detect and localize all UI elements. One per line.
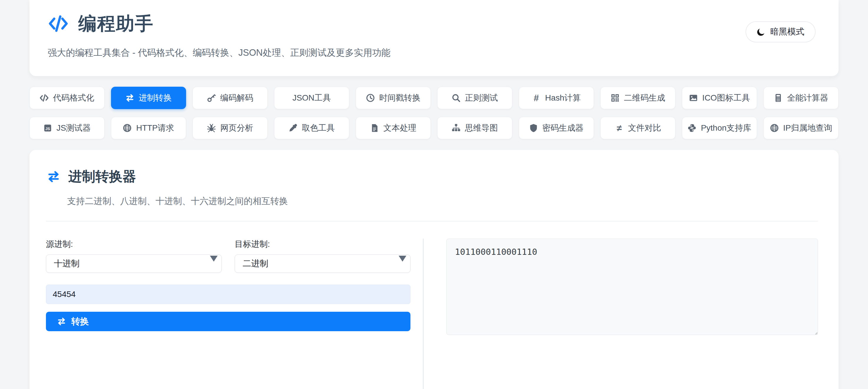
tab-file-diff[interactable]: ≠文件对比: [600, 117, 676, 139]
tab-label: 网页分析: [220, 122, 253, 134]
hash-icon: #: [532, 93, 540, 102]
tab-ico-icon-tools[interactable]: ICO图标工具: [682, 87, 757, 109]
tool-tabs: 代码格式化进制转换编码解码JSON工具时间戳转换正则测试#Hash计算二维码生成…: [29, 87, 839, 139]
tab-label: ICO图标工具: [702, 92, 750, 104]
tab-encode-decode[interactable]: 编码解码: [192, 87, 268, 109]
tab-label: JSON工具: [292, 92, 331, 104]
qrcode-icon: [611, 93, 620, 102]
target-base-value: 二进制: [243, 258, 268, 270]
code-icon: [40, 93, 49, 102]
app-title: 编程助手: [78, 11, 154, 36]
svg-text:JS: JS: [45, 127, 50, 131]
tab-base-convert[interactable]: 进制转换: [111, 87, 186, 109]
tab-label: Python支持库: [701, 122, 751, 134]
tab-label: 进制转换: [139, 92, 172, 104]
tab-label: 全能计算器: [787, 92, 828, 104]
swap-icon: [57, 317, 66, 326]
tab-label: 取色工具: [302, 122, 335, 134]
tab-qrcode-generate[interactable]: 二维码生成: [600, 87, 676, 109]
js-icon: JS: [43, 123, 52, 132]
divider-horizontal: [46, 221, 818, 221]
divider-vertical: [423, 239, 424, 389]
not-equal-icon: ≠: [615, 123, 624, 132]
swap-icon: [46, 170, 61, 183]
tab-label: 文本处理: [383, 122, 416, 134]
convert-button-label: 转换: [71, 315, 89, 328]
tab-label: 文件对比: [628, 122, 661, 134]
tab-web-analyze[interactable]: 网页分析: [192, 117, 268, 139]
target-base-select[interactable]: 二进制: [235, 254, 410, 273]
number-input[interactable]: [46, 285, 410, 304]
convert-button[interactable]: 转换: [46, 312, 410, 331]
tab-label: HTTP请求: [136, 122, 174, 134]
converter-form: 源进制: 十进制 目标进制: 二进制 转换: [46, 239, 410, 389]
source-base-group: 源进制: 十进制: [46, 239, 222, 273]
tab-timestamp-convert[interactable]: 时间戳转换: [356, 87, 431, 109]
target-base-label: 目标进制:: [235, 239, 410, 250]
tab-row-1: 代码格式化进制转换编码解码JSON工具时间戳转换正则测试#Hash计算二维码生成…: [29, 87, 839, 109]
tab-mind-map[interactable]: 思维导图: [437, 117, 512, 139]
clock-icon: [366, 93, 375, 102]
search-icon: [452, 93, 461, 102]
tab-label: Hash计算: [545, 92, 581, 104]
tool-subtitle: 支持二进制、八进制、十进制、十六进制之间的相互转换: [67, 195, 818, 207]
tab-regex-test[interactable]: 正则测试: [437, 87, 512, 109]
result-output[interactable]: 1011000110001110: [446, 239, 818, 335]
tab-password-generator[interactable]: 密码生成器: [519, 117, 594, 139]
swap-icon: [125, 93, 134, 102]
tab-http-request[interactable]: HTTP请求: [111, 117, 186, 139]
sitemap-icon: [452, 123, 461, 132]
tab-python-library[interactable]: Python支持库: [682, 117, 757, 139]
python-icon: [687, 123, 696, 132]
source-base-select[interactable]: 十进制: [46, 254, 222, 273]
tab-text-process[interactable]: 文本处理: [356, 117, 431, 139]
tab-label: 编码解码: [220, 92, 253, 104]
tab-code-format[interactable]: 代码格式化: [29, 87, 104, 109]
tab-js-tester[interactable]: JSJS测试器: [29, 117, 104, 139]
shield-icon: [529, 123, 538, 132]
chevron-down-icon: [399, 256, 406, 261]
source-base-label: 源进制:: [46, 239, 222, 250]
tool-title-row: 进制转换器: [46, 168, 818, 186]
tool-title: 进制转换器: [68, 168, 136, 186]
image-icon: [689, 93, 698, 102]
tab-label: IP归属地查询: [783, 122, 832, 134]
logo-row: 编程助手: [46, 11, 815, 36]
moon-icon: [757, 27, 766, 36]
header-card: 编程助手 强大的编程工具集合 - 代码格式化、编码转换、JSON处理、正则测试及…: [29, 0, 839, 76]
globe-icon: [770, 123, 779, 132]
tab-color-picker[interactable]: 取色工具: [274, 117, 349, 139]
converter-columns: 源进制: 十进制 目标进制: 二进制 转换: [46, 239, 818, 389]
tab-label: 密码生成器: [542, 122, 584, 134]
target-base-group: 目标进制: 二进制: [235, 239, 410, 273]
base-converter-panel: 进制转换器 支持二进制、八进制、十进制、十六进制之间的相互转换 源进制: 十进制…: [29, 150, 839, 389]
code-icon: [46, 14, 70, 33]
eyedropper-icon: [288, 123, 298, 132]
tab-label: JS测试器: [57, 122, 91, 134]
tab-label: 代码格式化: [53, 92, 94, 104]
tab-label: 时间戳转换: [379, 92, 421, 104]
chevron-down-icon: [210, 256, 218, 261]
tab-ip-lookup[interactable]: IP归属地查询: [764, 117, 839, 139]
tab-hash-calc[interactable]: #Hash计算: [519, 87, 594, 109]
base-select-row: 源进制: 十进制 目标进制: 二进制: [46, 239, 410, 273]
source-base-value: 十进制: [54, 258, 80, 270]
tab-label: 思维导图: [465, 122, 498, 134]
converter-output-area: 1011000110001110: [446, 239, 818, 389]
tab-row-2: JSJS测试器HTTP请求网页分析取色工具文本处理思维导图密码生成器≠文件对比P…: [29, 117, 839, 139]
spider-icon: [207, 123, 216, 132]
file-text-icon: [370, 123, 379, 132]
calculator-icon: [774, 93, 783, 102]
globe-icon: [123, 123, 132, 132]
tab-calculator[interactable]: 全能计算器: [764, 87, 839, 109]
app-subtitle: 强大的编程工具集合 - 代码格式化、编码转换、JSON处理、正则测试及更多实用功…: [46, 47, 815, 59]
dark-mode-button[interactable]: 暗黑模式: [745, 21, 815, 43]
dark-mode-label: 暗黑模式: [770, 26, 804, 38]
tab-label: 二维码生成: [624, 92, 665, 104]
tab-json-tools[interactable]: JSON工具: [274, 87, 349, 109]
key-icon: [207, 93, 216, 102]
tab-label: 正则测试: [465, 92, 498, 104]
